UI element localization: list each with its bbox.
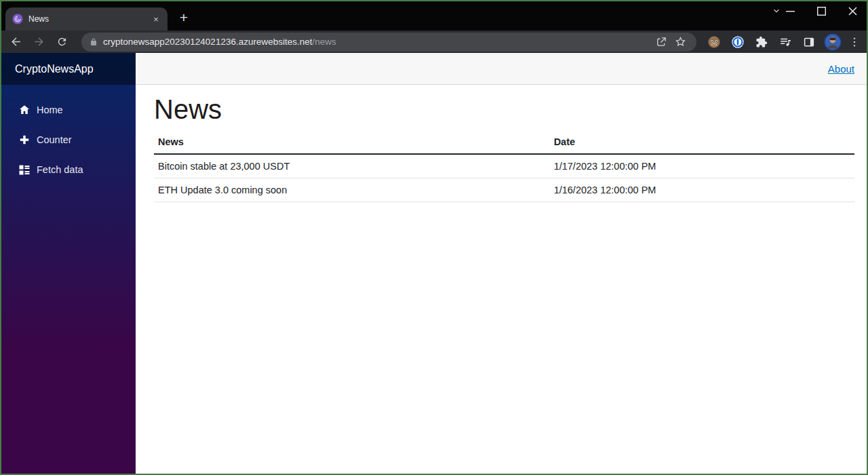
column-header-news: News xyxy=(154,132,550,154)
tab-close-icon[interactable]: × xyxy=(150,13,162,25)
sidebar-item-label: Fetch data xyxy=(37,164,83,175)
url-path: /news xyxy=(312,37,336,47)
bookmark-star-icon[interactable] xyxy=(671,33,690,51)
browser-toolbar: cryptonewsapp20230124021236.azurewebsite… xyxy=(0,31,868,53)
favicon-blazor-icon xyxy=(12,14,23,24)
column-header-date: Date xyxy=(550,132,854,154)
new-tab-button[interactable]: + xyxy=(174,8,193,27)
sidebar-item-fetch-data[interactable]: Fetch data xyxy=(0,155,136,185)
lock-icon[interactable] xyxy=(90,37,98,47)
address-bar[interactable]: cryptonewsapp20230124021236.azurewebsite… xyxy=(81,33,696,52)
news-cell: ETH Update 3.0 coming soon xyxy=(154,178,550,202)
monkey-extension-icon[interactable] xyxy=(703,33,724,52)
about-link[interactable]: About xyxy=(828,63,854,75)
sidebar-brand-row: CryptoNewsApp xyxy=(0,53,136,85)
queue-music-extension-icon[interactable] xyxy=(774,33,795,52)
sidebar: CryptoNewsApp Home Counter xyxy=(0,53,136,475)
table-header-row: News Date xyxy=(154,132,854,154)
tab-title: News xyxy=(28,14,144,24)
sidebar-item-counter[interactable]: Counter xyxy=(0,125,136,155)
refresh-icon[interactable] xyxy=(52,33,72,52)
share-icon[interactable] xyxy=(652,33,671,51)
home-icon xyxy=(19,104,30,115)
url-host: cryptonewsapp20230124021236.azurewebsite… xyxy=(103,37,312,47)
app-viewport: CryptoNewsApp Home Counter xyxy=(0,53,868,475)
news-table: News Date Bitcoin stable at 23,000 USDT … xyxy=(154,132,854,202)
list-rich-icon xyxy=(19,164,30,175)
sidebar-item-label: Counter xyxy=(37,134,72,145)
sidebar-item-home[interactable]: Home xyxy=(0,95,136,125)
window-buttons xyxy=(774,0,868,22)
date-cell: 1/17/2023 12:00:00 PM xyxy=(550,154,854,178)
puzzle-extensions-icon[interactable] xyxy=(751,33,772,52)
forward-icon[interactable] xyxy=(28,33,49,52)
profile-avatar[interactable] xyxy=(822,33,844,52)
back-icon[interactable] xyxy=(5,33,26,52)
date-cell: 1/16/2023 12:00:00 PM xyxy=(550,178,854,202)
main-area: About News News Date Bitcoin stable at 2… xyxy=(136,53,868,475)
onepassword-extension-icon[interactable] xyxy=(727,33,748,52)
top-row: About xyxy=(136,53,868,85)
app-brand[interactable]: CryptoNewsApp xyxy=(15,63,94,75)
maximize-icon[interactable] xyxy=(806,0,837,22)
url-text[interactable]: cryptonewsapp20230124021236.azurewebsite… xyxy=(103,37,652,47)
browser-tab-news[interactable]: News × xyxy=(5,7,167,31)
sidebar-nav: Home Counter Fetch data xyxy=(0,85,136,185)
news-cell: Bitcoin stable at 23,000 USDT xyxy=(154,154,550,178)
table-row: Bitcoin stable at 23,000 USDT 1/17/2023 … xyxy=(154,154,854,178)
sidebar-item-label: Home xyxy=(37,104,63,115)
close-icon[interactable] xyxy=(837,0,868,22)
browser-titlebar: News × + xyxy=(0,0,868,31)
minimize-icon[interactable] xyxy=(774,0,806,22)
plus-icon xyxy=(19,134,30,145)
page-title: News xyxy=(154,94,854,125)
table-row: ETH Update 3.0 coming soon 1/16/2023 12:… xyxy=(154,178,854,202)
kebab-menu-icon[interactable]: ⋮ xyxy=(846,33,863,52)
news-page: News News Date Bitcoin stable at 23,000 … xyxy=(136,85,868,202)
side-panel-icon[interactable] xyxy=(798,33,819,52)
